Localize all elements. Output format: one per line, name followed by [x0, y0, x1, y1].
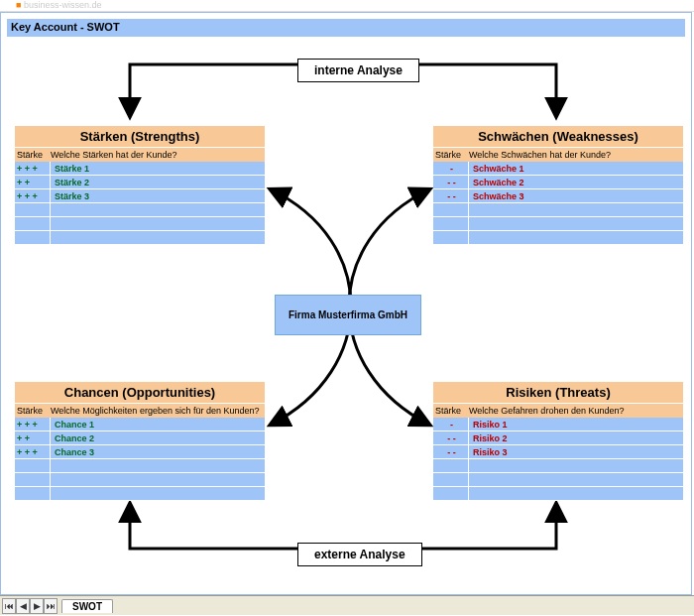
score-cell: -	[433, 162, 469, 175]
table-row[interactable]	[15, 217, 265, 231]
watermark-text: business-wissen.de	[24, 0, 102, 10]
score-cell: + + +	[15, 162, 51, 175]
table-row[interactable]: -Schwäche 1	[433, 162, 683, 176]
table-row[interactable]	[433, 203, 683, 217]
table-row[interactable]: + + +Stärke 1	[15, 162, 265, 176]
external-analysis-label: externe Analyse	[297, 543, 422, 566]
panel-title-opportunities: Chancen (Opportunities)	[15, 382, 265, 404]
table-row[interactable]: + + +Chance 3	[15, 445, 265, 459]
score-cell: + +	[15, 431, 51, 444]
panel-opportunities: Chancen (Opportunities) Stärke Welche Mö…	[15, 382, 265, 501]
sheet-tab-bar: ⏮ ◀ ▶ ⏭ SWOT	[0, 595, 694, 615]
table-row[interactable]: -Risiko 1	[433, 418, 683, 431]
item-cell: Risiko 1	[469, 418, 683, 431]
score-cell: + + +	[15, 418, 51, 431]
score-cell: -	[433, 418, 469, 431]
item-cell: Schwäche 2	[469, 176, 683, 188]
score-cell: + + +	[15, 445, 51, 458]
nav-first-icon[interactable]: ⏮	[2, 598, 16, 614]
col2-label: Welche Stärken hat der Kunde?	[51, 148, 265, 162]
item-cell: Risiko 2	[469, 431, 683, 444]
score-cell: - -	[433, 176, 469, 188]
item-cell: Risiko 3	[469, 445, 683, 458]
watermark-bar: ■ business-wissen.de	[0, 0, 694, 12]
table-row[interactable]	[433, 473, 683, 487]
panel-weaknesses: Schwächen (Weaknesses) Stärke Welche Sch…	[433, 126, 683, 245]
item-cell: Chance 3	[51, 445, 265, 458]
score-cell: + +	[15, 176, 51, 188]
score-cell: - -	[433, 431, 469, 444]
panel-title-weaknesses: Schwächen (Weaknesses)	[433, 126, 683, 148]
panel-subhead-weaknesses: Stärke Welche Schwächen hat der Kunde?	[433, 148, 683, 162]
col2-label: Welche Gefahren drohen den Kunden?	[469, 404, 683, 418]
panel-subhead-opportunities: Stärke Welche Möglichkeiten ergeben sich…	[15, 404, 265, 418]
panel-threats: Risiken (Threats) Stärke Welche Gefahren…	[433, 382, 683, 501]
table-row[interactable]	[433, 487, 683, 501]
internal-analysis-label: interne Analyse	[297, 59, 419, 82]
item-cell: Stärke 1	[51, 162, 265, 175]
nav-next-icon[interactable]: ▶	[30, 598, 44, 614]
item-cell: Stärke 3	[51, 189, 265, 202]
item-cell: Stärke 2	[51, 176, 265, 188]
panel-subhead-strengths: Stärke Welche Stärken hat der Kunde?	[15, 148, 265, 162]
table-row[interactable]	[15, 231, 265, 245]
table-row[interactable]: + + +Chance 1	[15, 418, 265, 431]
panel-title-threats: Risiken (Threats)	[433, 382, 683, 404]
score-cell: - -	[433, 189, 469, 202]
item-cell: Schwäche 1	[469, 162, 683, 175]
nav-prev-icon[interactable]: ◀	[16, 598, 30, 614]
item-cell: Schwäche 3	[469, 189, 683, 202]
page-title: Key Account - SWOT	[7, 19, 685, 37]
col2-label: Welche Schwächen hat der Kunde?	[469, 148, 683, 162]
score-cell: - -	[433, 445, 469, 458]
score-cell: + + +	[15, 189, 51, 202]
table-row[interactable]: - -Risiko 3	[433, 445, 683, 459]
sheet-tab-swot[interactable]: SWOT	[61, 599, 113, 613]
table-row[interactable]	[15, 459, 265, 473]
item-cell: Chance 2	[51, 431, 265, 444]
col1-label: Stärke	[433, 404, 469, 418]
swot-canvas: Key Account - SWOT interne Analyse exter…	[0, 12, 692, 595]
table-row[interactable]: - -Risiko 2	[433, 431, 683, 445]
table-row[interactable]: + + +Stärke 3	[15, 189, 265, 203]
table-row[interactable]	[15, 473, 265, 487]
panel-strengths: Stärken (Strengths) Stärke Welche Stärke…	[15, 126, 265, 245]
panel-title-strengths: Stärken (Strengths)	[15, 126, 265, 148]
table-row[interactable]	[433, 459, 683, 473]
table-row[interactable]: - -Schwäche 3	[433, 189, 683, 203]
col1-label: Stärke	[15, 404, 51, 418]
item-cell: Chance 1	[51, 418, 265, 431]
col1-label: Stärke	[433, 148, 469, 162]
col1-label: Stärke	[15, 148, 51, 162]
table-row[interactable]: + +Stärke 2	[15, 176, 265, 189]
table-row[interactable]	[433, 217, 683, 231]
panel-subhead-threats: Stärke Welche Gefahren drohen den Kunden…	[433, 404, 683, 418]
col2-label: Welche Möglichkeiten ergeben sich für de…	[51, 404, 265, 418]
table-row[interactable]	[433, 231, 683, 245]
nav-last-icon[interactable]: ⏭	[44, 598, 58, 614]
table-row[interactable]: + +Chance 2	[15, 431, 265, 445]
table-row[interactable]	[15, 203, 265, 217]
table-row[interactable]	[15, 487, 265, 501]
company-box: Firma Musterfirma GmbH	[275, 295, 421, 335]
table-row[interactable]: - -Schwäche 2	[433, 176, 683, 189]
